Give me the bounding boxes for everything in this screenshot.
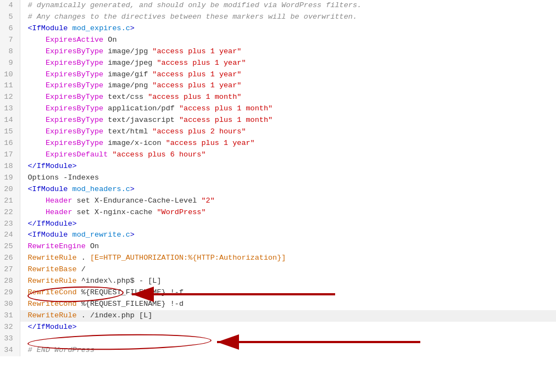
code-token <box>28 70 46 79</box>
code-token: ^index\.php$ - [L] <box>77 277 162 285</box>
code-token: <IfModule <box>28 231 68 239</box>
line-number: 7 <box>0 35 20 46</box>
table-row: 5# Any changes to the directives between… <box>0 12 556 23</box>
line-content: </IfModule> <box>20 161 556 172</box>
code-token: > <box>130 231 135 239</box>
line-content: RewriteRule . [E=HTTP_AUTHORIZATION:%{HT… <box>20 253 556 264</box>
table-row: 9 ExpiresByType image/jpeg "access plus … <box>0 58 556 69</box>
code-editor: 4# dynamically generated, and should onl… <box>0 0 556 392</box>
code-token: RewriteCond <box>28 288 77 296</box>
line-number: 31 <box>0 310 20 322</box>
line-content: ExpiresActive On <box>20 35 556 46</box>
code-token: ExpiresDefault <box>46 150 108 159</box>
table-row: 15 ExpiresByType text/html "access plus … <box>0 126 556 138</box>
code-token: "access plus 1 year" <box>152 47 241 55</box>
code-token: RewriteEngine <box>28 242 86 250</box>
code-token <box>28 197 46 205</box>
code-token: . /index.php [L] <box>77 311 153 320</box>
table-row: 19Options -Indexes <box>0 172 556 184</box>
code-token: On <box>103 36 116 44</box>
table-row: 23</IfModule> <box>0 219 556 230</box>
code-token: ExpiresByType <box>46 70 103 79</box>
line-number: 32 <box>0 322 20 333</box>
table-row: 10 ExpiresByType image/gif "access plus … <box>0 69 556 81</box>
code-token: "access plus 1 month" <box>179 104 273 113</box>
line-content: RewriteEngine On <box>20 241 556 253</box>
line-number: 8 <box>0 46 20 58</box>
code-token: Header <box>46 197 73 205</box>
code-token: Header <box>46 208 73 216</box>
line-content: ExpiresByType image/jpg "access plus 1 y… <box>20 46 556 58</box>
code-token: RewriteRule <box>28 277 77 285</box>
code-token <box>68 231 72 239</box>
line-content: </IfModule> <box>20 322 556 333</box>
code-token: ExpiresByType <box>46 139 103 147</box>
code-token <box>28 208 46 216</box>
table-row: 31RewriteRule . /index.php [L] <box>0 310 556 322</box>
table-row: 16 ExpiresByType image/x-icon "access pl… <box>0 138 556 149</box>
line-content: ExpiresByType text/javascript "access pl… <box>20 115 556 126</box>
table-row: 34# END WordPress <box>0 345 556 356</box>
table-row: 13 ExpiresByType application/pdf "access… <box>0 103 556 115</box>
code-token: ExpiresByType <box>46 81 103 89</box>
code-token: set X-nginx-cache <box>73 208 157 216</box>
code-table: 4# dynamically generated, and should onl… <box>0 0 556 356</box>
code-token: RewriteCond <box>28 300 77 308</box>
table-row: 25RewriteEngine On <box>0 241 556 253</box>
table-row: 14 ExpiresByType text/javascript "access… <box>0 115 556 126</box>
code-token: ExpiresActive <box>46 36 103 44</box>
code-token: On <box>86 242 99 250</box>
code-token: <IfModule <box>28 185 68 193</box>
code-token: RewriteRule <box>28 254 77 262</box>
line-content: <IfModule mod_expires.c> <box>20 23 556 35</box>
line-content: <IfModule mod_rewrite.c> <box>20 229 556 241</box>
code-token: "access plus 2 hours" <box>152 127 246 136</box>
code-token: . <box>77 254 90 262</box>
code-token: RewriteRule <box>28 311 77 320</box>
table-row: 8 ExpiresByType image/jpg "access plus 1… <box>0 46 556 58</box>
code-token: "access plus 1 year" <box>152 81 241 89</box>
code-token: text/css <box>103 93 148 101</box>
line-number: 21 <box>0 195 20 207</box>
code-token: </IfModule> <box>28 323 77 331</box>
line-number: 26 <box>0 253 20 264</box>
line-content <box>20 333 556 345</box>
line-content: RewriteCond %{REQUEST_FILENAME} !-f <box>20 287 556 299</box>
code-token: "access plus 1 month" <box>148 93 241 101</box>
code-token: # dynamically generated, and should only… <box>28 1 362 9</box>
code-token: "2" <box>201 197 214 205</box>
code-token <box>28 36 46 44</box>
code-token: "access plus 1 year" <box>152 70 241 79</box>
line-number: 11 <box>0 80 20 92</box>
table-row: 7 ExpiresActive On <box>0 35 556 46</box>
line-content: ExpiresByType image/png "access plus 1 y… <box>20 80 556 92</box>
line-number: 30 <box>0 299 20 310</box>
table-row: 11 ExpiresByType image/png "access plus … <box>0 80 556 92</box>
line-content: ExpiresByType text/html "access plus 2 h… <box>20 126 556 138</box>
line-number: 22 <box>0 207 20 219</box>
code-token: image/jpg <box>103 47 152 55</box>
table-row: 26RewriteRule . [E=HTTP_AUTHORIZATION:%{… <box>0 253 556 264</box>
line-content: </IfModule> <box>20 219 556 230</box>
line-number: 23 <box>0 219 20 230</box>
code-token: text/html <box>103 127 152 136</box>
line-number: 17 <box>0 149 20 161</box>
line-number: 4 <box>0 0 20 12</box>
code-token: mod_rewrite.c <box>73 231 130 239</box>
code-token: ExpiresByType <box>46 104 103 113</box>
table-row: 21 Header set X-Endurance-Cache-Level "2… <box>0 195 556 207</box>
line-content: ExpiresDefault "access plus 6 hours" <box>20 149 556 161</box>
line-number: 15 <box>0 126 20 138</box>
line-content: ExpiresByType application/pdf "access pl… <box>20 103 556 115</box>
code-token: set X-Endurance-Cache-Level <box>73 197 202 205</box>
table-row: 18</IfModule> <box>0 161 556 172</box>
line-content: <IfModule mod_headers.c> <box>20 184 556 195</box>
code-token: ExpiresByType <box>46 93 103 101</box>
line-content: ExpiresByType image/jpeg "access plus 1 … <box>20 58 556 69</box>
line-number: 25 <box>0 241 20 253</box>
code-token: / <box>77 265 86 273</box>
code-token <box>28 104 46 113</box>
line-number: 33 <box>0 333 20 345</box>
code-token: ExpiresByType <box>46 59 103 67</box>
line-content: # END WordPress <box>20 345 556 356</box>
